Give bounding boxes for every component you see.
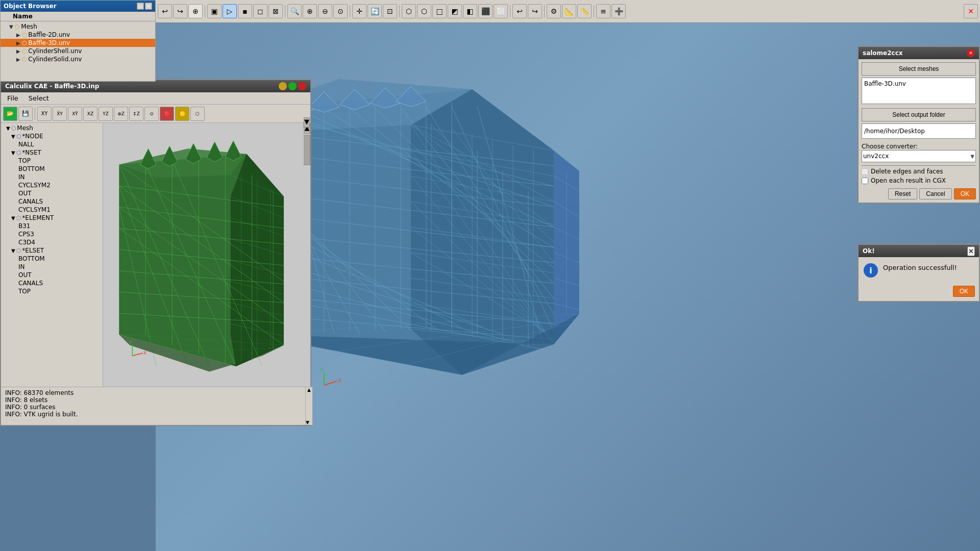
calc-btn-save[interactable]: 💾 [18,107,33,121]
tb-btn-reset-view[interactable]: ⊡ [383,4,397,18]
tb-btn-select-vertex[interactable]: ▷ [223,4,237,18]
tree-bottom[interactable]: BOTTOM [2,165,102,173]
tree-cyclsym1[interactable]: CYCLSYM1 [2,206,102,214]
ok-btn[interactable]: OK [954,188,976,199]
tb-btn-back[interactable]: ⬡ [417,4,431,18]
tree-element[interactable]: ▼ ⬡ *ELEMENT [2,214,102,222]
tree-out2[interactable]: OUT [2,271,102,279]
tree-top[interactable]: TOP [2,157,102,165]
info-scroll-up[interactable]: ▲ [306,387,312,392]
calc-btn-5[interactable]: YZ [99,107,113,121]
calc-btn-7[interactable]: ↕Z [129,107,143,121]
tb-btn-bottom[interactable]: ◩ [448,4,462,18]
tree-in[interactable]: IN [2,173,102,181]
tb-btn-undo2[interactable]: ↩ [512,4,527,18]
ob-item-mesh[interactable]: ▼ ⬡ Mesh [1,22,155,31]
tb-btn-rotate[interactable]: 🔄 [368,4,382,18]
tb-btn-front[interactable]: ⬡ [402,4,416,18]
calc-mesh-viewport[interactable]: X Y [103,123,310,387]
select-output-btn[interactable]: Select output folder [862,108,976,121]
tb-btn-close[interactable]: ✕ [964,4,978,18]
output-path-textbox[interactable]: /home/ihor/Desktop [862,123,976,139]
tb-btn-left[interactable]: ◧ [463,4,477,18]
calc-btn-cube[interactable]: ⬡ [190,107,205,121]
tree-nset[interactable]: ▼ ⬡ *NSET [2,148,102,157]
calc-scrollbar[interactable]: ▲ ▼ [303,123,310,166]
tb-btn-3[interactable]: ⊕ [188,4,203,18]
delete-edges-checkbox[interactable] [862,168,868,175]
tb-btn-measure[interactable]: 📐 [562,4,576,18]
tree-elset[interactable]: ▼ ⬡ *ELSET [2,246,102,255]
tb-btn-select-edge[interactable]: ▪ [238,4,252,18]
open-cgx-checkbox[interactable] [862,178,868,184]
tb-btn-select-face[interactable]: ◻ [253,4,267,18]
ob-item-cylsolid[interactable]: ▶ ⬡ CylinderSolid.unv [1,55,155,63]
tree-bottom2[interactable]: BOTTOM [2,255,102,263]
tree-canals[interactable]: CANALS [2,197,102,206]
tree-canals2[interactable]: CANALS [2,279,102,287]
tb-btn-select-all[interactable]: ▣ [207,4,222,18]
tb-btn-add[interactable]: ➕ [611,4,626,18]
cancel-btn[interactable]: Cancel [919,188,951,199]
calculix-minimize-btn[interactable] [279,82,287,90]
svg-line-138 [132,353,143,356]
converter-select[interactable]: unv2ccx ▼ [862,150,976,162]
ok-dialog-ok-btn[interactable]: OK [953,286,975,297]
tb-btn-iso[interactable]: ⬜ [494,4,508,18]
tree-c3d4[interactable]: C3D4 [2,238,102,246]
calc-btn-1[interactable]: XY [37,107,52,121]
select-meshes-btn[interactable]: Select meshes [862,62,976,76]
tb-btn-undo[interactable]: ↩ [158,4,172,18]
calc-btn-4[interactable]: XZ [83,107,97,121]
salome2ccx-close-btn[interactable]: ✕ [967,49,975,57]
tree-cyclsym2[interactable]: CYCLSYM2 [2,181,102,189]
calc-btn-open[interactable]: 📂 [3,107,17,121]
tb-btn-right[interactable]: ⬛ [478,4,493,18]
tree-mesh[interactable]: ▼ ⬡ Mesh [2,124,102,132]
menu-file[interactable]: File [5,94,20,102]
tb-btn-zoom-sel[interactable]: ⊙ [333,4,348,18]
tree-in2[interactable]: IN [2,263,102,271]
calc-btn-3[interactable]: XȲ [68,107,82,121]
calc-btn-6[interactable]: ⊕Z [114,107,128,121]
tree-mesh-label: Mesh [17,124,33,132]
tree-nall[interactable]: NALL [2,140,102,148]
reset-btn[interactable]: Reset [888,188,917,199]
calc-btn-10[interactable]: 🟡 [175,107,189,121]
tb-btn-redo2[interactable]: ↪ [528,4,542,18]
tree-node[interactable]: ▼ ⬡ *NODE [2,132,102,140]
calc-btn-8[interactable]: ⊙ [144,107,159,121]
tb-btn-zoom-fit[interactable]: 🔍 [287,4,302,18]
ok-dialog-close-btn[interactable]: ✕ [967,246,975,256]
tree-top2[interactable]: TOP [2,287,102,295]
tb-btn-zoom-out[interactable]: ⊖ [318,4,332,18]
calculix-maximize-btn[interactable] [288,82,297,90]
tb-btn-ruler[interactable]: 📏 [577,4,592,18]
tb-btn-list[interactable]: ≡ [596,4,610,18]
calc-btn-2[interactable]: X̄Y [53,107,67,121]
info-scrollbar[interactable]: ▲ ▼ [305,387,312,425]
calculix-close-btn[interactable] [298,82,306,90]
tree-b31[interactable]: B31 [2,222,102,230]
menu-select[interactable]: Select [27,94,51,102]
tb-btn-select-vol[interactable]: ⊠ [268,4,283,18]
tree-bottom2-label: BOTTOM [18,255,45,262]
calc-btn-9[interactable]: 🔴 [160,107,174,121]
ob-item-cylshell[interactable]: ▶ ⬡ CylinderShell.unv [1,47,155,55]
meshes-textbox[interactable]: Baffle-3D.unv [862,78,976,104]
tree-cps3[interactable]: CPS3 [2,230,102,238]
tb-btn-zoom-in[interactable]: ⊕ [303,4,317,18]
tb-btn-top[interactable]: □ [432,4,447,18]
tb-btn-redo[interactable]: ↪ [173,4,187,18]
ob-item-baffle3d[interactable]: ▶ ⬡ Baffle-3D.unv [1,39,155,47]
calc-scroll-thumb[interactable] [304,135,310,165]
ob-minimize-btn[interactable]: ▭ [137,3,144,10]
info-scroll-down[interactable]: ▼ [306,420,309,425]
ob-close-btn[interactable]: ✕ [145,3,152,10]
tb-btn-pan[interactable]: ✛ [352,4,366,18]
ob-item-baffle2d[interactable]: ▶ ⬡ Baffle-2D.unv [1,31,155,39]
tb-btn-settings[interactable]: ⚙ [547,4,561,18]
tree-out[interactable]: OUT [2,189,102,197]
object-browser-title: Object Browser [4,3,57,10]
calc-scroll-down[interactable]: ▼ [304,117,310,128]
